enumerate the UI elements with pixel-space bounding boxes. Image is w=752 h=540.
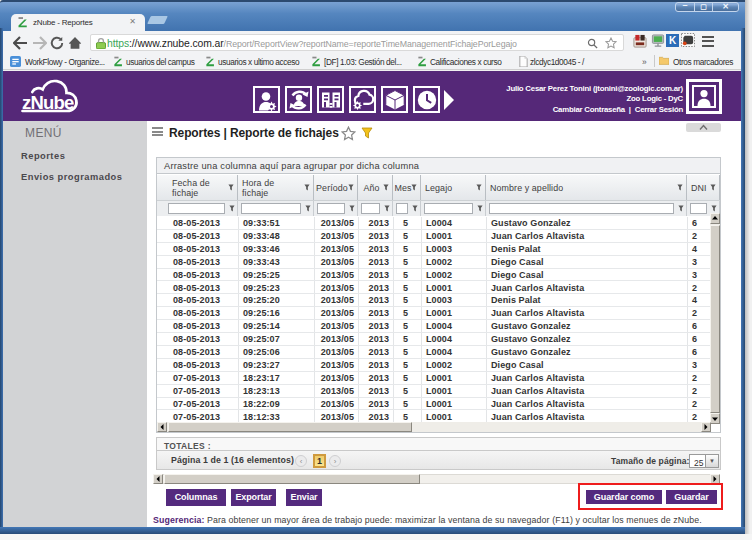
svg-text:zNube: zNube — [22, 92, 74, 113]
